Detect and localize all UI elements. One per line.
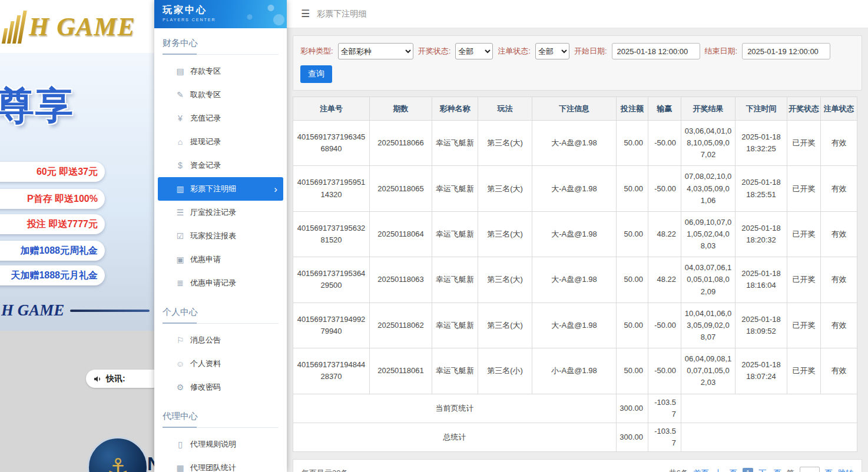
summary-label: 当前页统计 — [293, 394, 617, 423]
table-cell: 50.00 — [617, 166, 648, 211]
table-row: 40156917371949927994020250118062幸运飞艇新第三名… — [293, 303, 857, 348]
table-cell: 第三名(大) — [478, 166, 532, 211]
column-header: 输赢 — [648, 97, 681, 121]
table-cell: 401569173719634568940 — [293, 121, 370, 166]
table-cell: 50.00 — [617, 257, 648, 303]
table-cell: 07,08,02,10,04,03,05,09,01,06 — [681, 166, 736, 211]
sidebar-item-cashout-records[interactable]: ⌂提现记录 — [158, 130, 283, 154]
cashout-records-icon: ⌂ — [175, 137, 185, 147]
table-cell: 2025-01-18 18:16:04 — [736, 257, 787, 303]
change-password-icon: ⚙ — [175, 383, 185, 392]
anchor-icon: ⚓ — [107, 453, 129, 472]
column-header: 期数 — [370, 97, 432, 121]
table-cell: 20250118063 — [370, 257, 432, 303]
bet-status-label: 注单状态: — [498, 46, 531, 56]
table-cell: 2025-01-18 18:32:25 — [736, 121, 787, 166]
table-cell: 03,06,04,01,08,10,05,09,07,02 — [681, 121, 736, 166]
chevron-right-icon: › — [274, 184, 277, 194]
menu-icon[interactable]: ☰ — [301, 8, 310, 20]
summary-row-current-page: 当前页统计 300.00 -103.57 — [293, 394, 857, 423]
table-cell: 已开奖 — [787, 166, 821, 211]
table-row: 40156917371963456894020250118066幸运飞艇新第三名… — [293, 121, 857, 166]
query-button[interactable]: 查询 — [300, 65, 332, 83]
announcements-icon: ⚐ — [175, 335, 185, 345]
promo-pill: 加赠1088元周礼金 — [0, 241, 105, 261]
logo-bars-icon — [2, 9, 27, 44]
table-cell: 50.00 — [617, 348, 648, 394]
jump-label-pre: 第 — [787, 468, 794, 472]
site-logo[interactable]: H GAME — [29, 12, 135, 42]
news-ticker[interactable]: 快讯: — [86, 370, 154, 388]
agent-rules-icon: ▯ — [175, 440, 185, 449]
current-page-badge[interactable]: 1 — [743, 468, 753, 472]
lottery-type-select[interactable]: 全部彩种 — [338, 43, 413, 59]
next-page-link[interactable]: 下一页 — [758, 468, 781, 472]
summary-empty — [681, 394, 857, 423]
table-cell: 已开奖 — [787, 257, 821, 303]
prev-page-link[interactable]: 上一页 — [714, 468, 737, 472]
end-date-input[interactable] — [742, 43, 830, 59]
promo-apply-icon: ▣ — [175, 255, 185, 264]
sidebar-item-hall-bet-records[interactable]: ☰厅室投注记录 — [158, 201, 283, 224]
first-page-link[interactable]: 首页 — [694, 468, 709, 472]
table-cell: 10,04,01,06,03,05,09,02,08,07 — [681, 303, 736, 348]
table-cell: 48.22 — [648, 211, 681, 257]
table-cell: 大-A盘@1.98 — [532, 303, 617, 348]
sidebar-item-label: 存款专区 — [190, 66, 221, 77]
player-bet-report-icon: ☑ — [175, 231, 185, 241]
sidebar-item-lottery-bet-detail[interactable]: ▥彩票下注明细› — [158, 177, 283, 201]
sidebar-item-promo-apply[interactable]: ▣优惠申请 — [158, 248, 283, 271]
start-date-input[interactable] — [612, 43, 700, 59]
table-body: 40156917371963456894020250118066幸运飞艇新第三名… — [293, 121, 857, 394]
sidebar-item-announcements[interactable]: ⚐消息公告 — [158, 328, 283, 352]
table-cell: 48.22 — [648, 257, 681, 303]
sidebar-item-label: 取款专区 — [190, 89, 221, 100]
sidebar-item-deposit[interactable]: ▤存款专区 — [158, 59, 283, 83]
sidebar-item-label: 个人资料 — [190, 358, 221, 369]
sidebar-item-label: 资金记录 — [190, 160, 221, 171]
sidebar-item-agent-team-stats[interactable]: ▦代理团队统计 — [158, 456, 283, 472]
column-header: 注单号 — [293, 97, 370, 121]
withdraw-icon: ✎ — [175, 90, 185, 99]
table-cell: -50.00 — [648, 348, 681, 394]
lottery-type-label: 彩种类型: — [300, 46, 333, 56]
table-cell: 2025-01-18 18:25:51 — [736, 166, 787, 211]
column-header: 注单状态 — [821, 97, 857, 121]
sidebar-item-agent-rules[interactable]: ▯代理规则说明 — [158, 433, 283, 456]
sidebar-item-label: 代理规则说明 — [190, 439, 236, 450]
summary-bet-total: 300.00 — [617, 394, 648, 423]
table-cell: 401569173719499279940 — [293, 303, 370, 348]
table-cell: 06,04,09,08,10,07,01,05,02,03 — [681, 348, 736, 394]
sidebar-section-title: 个人中心 — [163, 307, 279, 324]
table-cell: 2025-01-18 18:09:52 — [736, 303, 787, 348]
table-cell: 06,09,10,07,01,05,02,04,08,03 — [681, 211, 736, 257]
promo-pill: 投注 即送7777元 — [0, 214, 105, 234]
table-cell: 20250118061 — [370, 348, 432, 394]
sidebar-item-change-password[interactable]: ⚙修改密码 — [158, 375, 283, 399]
column-header: 投注额 — [617, 97, 648, 121]
table-row: 40156917371956328152020250118064幸运飞艇新第三名… — [293, 211, 857, 257]
table-cell: 有效 — [821, 211, 857, 257]
table-cell: 401569173719563281520 — [293, 211, 370, 257]
table-cell: 大-A盘@1.98 — [532, 166, 617, 211]
promo-banner: 尊享 60元 即送37元 P首存 即送100% 投注 即送7777元 加赠108… — [0, 53, 154, 331]
app-root: H GAME 尊享 60元 即送37元 P首存 即送100% 投注 即送7777… — [0, 0, 868, 472]
sidebar-item-withdraw[interactable]: ✎取款专区 — [158, 83, 283, 107]
brand-text: H GAME — [1, 301, 64, 320]
fund-records-icon: $ — [175, 161, 185, 170]
page-jump-input[interactable] — [800, 467, 820, 472]
sidebar-item-promo-apply-records[interactable]: ≣优惠申请记录 — [158, 271, 283, 295]
jump-button[interactable]: 跳转 — [838, 468, 853, 472]
sidebar-item-recharge-records[interactable]: ¥充值记录 — [158, 107, 283, 130]
bet-status-select[interactable]: 全部 — [535, 43, 569, 59]
sidebar-item-fund-records[interactable]: $资金记录 — [158, 154, 283, 177]
draw-status-select[interactable]: 全部 — [455, 43, 493, 59]
table-cell: 20250118066 — [370, 121, 432, 166]
sidebar-item-label: 充值记录 — [190, 113, 221, 124]
sidebar-item-label: 厅室投注记录 — [190, 207, 236, 218]
column-header: 下注时间 — [736, 97, 787, 121]
speaker-icon — [93, 374, 102, 384]
table-cell: 第三名(大) — [478, 211, 532, 257]
sidebar-item-profile[interactable]: ☺个人资料 — [158, 352, 283, 375]
sidebar-item-player-bet-report[interactable]: ☑玩家投注报表 — [158, 224, 283, 248]
